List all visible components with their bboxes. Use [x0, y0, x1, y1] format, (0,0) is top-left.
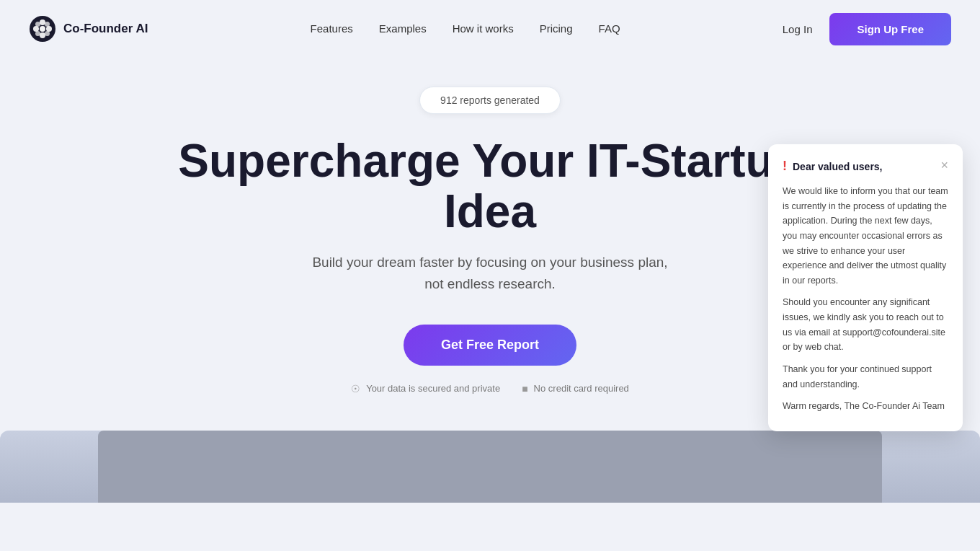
navbar: Co-Founder AI Features Examples How it w…	[0, 0, 980, 58]
hero-image-area	[0, 431, 980, 503]
nav-item-faq[interactable]: FAQ	[599, 22, 620, 35]
notification-popup: ! Dear valued users, × We would like to …	[768, 144, 963, 431]
nav-item-features[interactable]: Features	[311, 22, 353, 35]
popup-paragraph-3: Thank you for your continued support and…	[783, 362, 948, 392]
popup-exclamation-icon: !	[783, 159, 787, 174]
nav-item-how-it-works[interactable]: How it works	[453, 22, 514, 35]
svg-point-7	[35, 31, 40, 36]
logo[interactable]: Co-Founder AI	[29, 15, 148, 43]
reports-badge: 912 reports generated	[419, 87, 561, 114]
svg-point-5	[35, 22, 40, 27]
popup-title: Dear valued users,	[793, 161, 883, 172]
trust-security: ☉ Your data is secured and private	[351, 383, 500, 394]
nav-item-pricing[interactable]: Pricing	[540, 22, 573, 35]
svg-point-4	[46, 26, 52, 32]
popup-close-button[interactable]: ×	[940, 159, 948, 172]
popup-paragraph-1: We would like to inform you that our tea…	[783, 184, 948, 288]
card-icon: ■	[522, 383, 527, 394]
svg-point-1	[40, 19, 45, 25]
nav-links: Features Examples How it works Pricing F…	[311, 22, 620, 35]
logo-icon	[29, 15, 56, 43]
nav-right: Log In Sign Up Free	[783, 13, 951, 45]
hero-subtitle-line2: not endless research.	[424, 276, 556, 291]
hero-image-inner	[98, 431, 882, 503]
popup-paragraph-2: Should you encounter any significant iss…	[783, 295, 948, 355]
popup-header: ! Dear valued users, ×	[783, 159, 948, 174]
hero-subtitle-line1: Build your dream faster by focusing on y…	[312, 255, 667, 270]
shield-icon: ☉	[351, 383, 360, 394]
popup-header-left: ! Dear valued users,	[783, 159, 883, 174]
popup-paragraph-4: Warm regards, The Co-Founder Ai Team	[783, 399, 948, 414]
svg-point-3	[33, 26, 39, 32]
cta-button[interactable]: Get Free Report	[404, 325, 576, 366]
signup-button[interactable]: Sign Up Free	[829, 13, 951, 45]
svg-point-6	[45, 22, 50, 27]
popup-body: We would like to inform you that our tea…	[783, 184, 948, 414]
trust-security-label: Your data is secured and private	[366, 383, 500, 394]
svg-point-9	[40, 26, 45, 32]
trust-no-card: ■ No credit card required	[522, 383, 629, 394]
trust-badges: ☉ Your data is secured and private ■ No …	[351, 383, 629, 394]
hero-title: Supercharge Your IT-Startup Idea	[166, 136, 814, 237]
login-link[interactable]: Log In	[783, 23, 813, 35]
nav-item-examples[interactable]: Examples	[379, 22, 427, 35]
trust-no-card-label: No credit card required	[534, 383, 629, 394]
brand-name: Co-Founder AI	[63, 22, 148, 36]
hero-subtitle: Build your dream faster by focusing on y…	[312, 252, 667, 296]
svg-point-8	[45, 31, 50, 36]
svg-point-2	[40, 32, 45, 38]
